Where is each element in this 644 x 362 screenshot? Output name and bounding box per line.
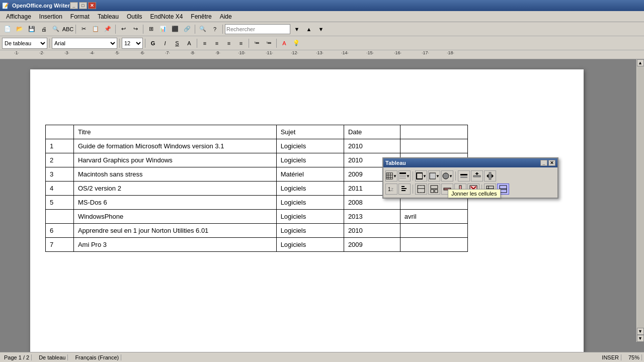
cell-sujet-2[interactable]: Logiciels [276,153,344,167]
cell-titre-3[interactable]: Macintosh sans stress [73,167,276,182]
font-select[interactable]: Arial [52,38,117,49]
find-button[interactable]: 🔍 [197,24,208,35]
color-button[interactable]: ▼ [441,170,453,182]
style-select[interactable]: De tableau [2,38,47,49]
bold-button[interactable]: G [147,38,158,49]
strikethrough-button[interactable]: A [184,38,195,49]
save-button[interactable]: 💾 [26,24,37,35]
align-top-button[interactable]: ▼ [398,170,411,182]
cell-extra-6[interactable] [400,224,467,238]
insert-col-button[interactable] [484,170,496,182]
cell-num-5[interactable]: 5 [46,196,74,210]
font-color-button[interactable]: A [279,38,290,49]
close-button[interactable]: ✕ [88,2,96,9]
cell-titre-5b[interactable]: WindowsPhone [73,210,276,224]
prev-result-button[interactable]: ▲ [303,24,314,35]
size-select[interactable]: 12 [122,38,143,49]
paste-button[interactable]: 📌 [102,24,113,35]
search-input[interactable] [225,24,290,34]
header-sujet[interactable]: Sujet [276,125,344,139]
menu-endnote[interactable]: EndNote X4 [146,12,187,21]
cut-button[interactable]: ✂ [78,24,89,35]
insert-row-above-button[interactable] [471,170,483,182]
cell-num-7[interactable]: 7 [46,238,74,252]
new-button[interactable]: 📄 [2,24,13,35]
menu-affichage[interactable]: Affichage [2,12,35,21]
scroll-down2-button[interactable]: ▼ [637,335,644,342]
cell-num-2[interactable]: 2 [46,153,74,167]
cell-sujet-7[interactable]: Logiciels [276,238,344,252]
cell-num-5b[interactable] [46,210,74,224]
panel-close-button[interactable]: ✕ [548,160,555,166]
header-date[interactable]: Date [344,125,400,139]
panel-title-bar[interactable]: Tableau _ ✕ [383,158,557,167]
list-num-button[interactable]: ≔ [251,38,262,49]
scroll-track[interactable] [637,66,644,328]
spell-button[interactable]: ABC [62,24,73,35]
print-button[interactable]: 🖨 [38,24,49,35]
cell-date-1[interactable]: 2010 [344,139,400,153]
cell-titre-5[interactable]: MS-Dos 6 [73,196,276,210]
border-button[interactable]: ▼ [415,170,427,182]
cell-sujet-5[interactable]: Logiciels [276,196,344,210]
background-button[interactable]: ▼ [428,170,440,182]
scroll-up-button[interactable]: ▲ [637,59,644,66]
scroll-down-button[interactable]: ▼ [637,328,644,335]
list-bullet-button[interactable]: ≔ [263,38,274,49]
optimize-button[interactable] [458,170,470,182]
cell-extra-7[interactable] [400,238,467,252]
redo-button[interactable]: ↪ [130,24,141,35]
chart-button[interactable]: 📊 [157,24,169,35]
header-titre[interactable]: Titre [73,125,276,139]
cell-sujet-4[interactable]: Logiciels [276,182,344,196]
hyperlink-button[interactable]: 🔗 [182,24,193,35]
cell-num-6[interactable]: 6 [46,224,74,238]
merge-cells-button[interactable] [415,184,427,195]
copy-button[interactable]: 📋 [90,24,101,35]
table-button[interactable]: ⊞ [145,24,156,35]
split-cells-button[interactable] [428,184,440,195]
cell-titre-6[interactable]: Apprendre seul en 1 jour Norton Utilitie… [73,224,276,238]
insert-table-button[interactable]: ▼ [385,170,397,182]
cell-sujet-1[interactable]: Logiciels [276,139,344,153]
cell-sujet-5b[interactable]: Logiciels [276,210,344,224]
cell-titre-2[interactable]: Harvard Graphics pour Windows [73,153,276,167]
sort-asc-button[interactable]: 1z [385,184,397,195]
cell-titre-1[interactable]: Guide de formation Microsoft Windows ver… [73,139,276,153]
search-go-button[interactable]: ▼ [291,24,302,35]
cell-num-4[interactable]: 4 [46,182,74,196]
cell-num-1[interactable]: 1 [46,139,74,153]
menu-format[interactable]: Format [66,12,94,21]
align-left-button[interactable]: ≡ [199,38,210,49]
cell-extra-5b[interactable]: avril [400,210,467,224]
panel-minimize-button[interactable]: _ [540,160,547,166]
cell-num-3[interactable]: 3 [46,167,74,182]
highlight-button[interactable]: 💡 [291,38,302,49]
next-result-button[interactable]: ▼ [315,24,327,35]
align-center-button[interactable]: ≡ [211,38,222,49]
menu-tableau[interactable]: Tableau [94,12,123,21]
cell-sujet-3[interactable]: Matériel [276,167,344,182]
undo-button[interactable]: ↩ [118,24,129,35]
preview-button[interactable]: 🔍 [50,24,61,35]
cell-titre-7[interactable]: Ami Pro 3 [73,238,276,252]
field-button[interactable]: ⬛ [170,24,181,35]
menu-aide[interactable]: Aide [216,12,236,21]
sort-desc-button[interactable] [398,184,411,195]
cell-date-5b[interactable]: 2013 [344,210,400,224]
minimize-button[interactable]: _ [70,2,78,9]
cell-sujet-6[interactable]: Logiciels [276,224,344,238]
help-button[interactable]: ? [209,24,220,35]
align-justify-button[interactable]: ≡ [235,38,247,49]
menu-insertion[interactable]: Insertion [35,12,66,21]
menu-outils[interactable]: Outils [123,12,146,21]
cell-extra-1[interactable] [400,139,467,153]
maximize-button[interactable]: □ [79,2,87,9]
menu-fenetre[interactable]: Fenêtre [187,12,215,21]
open-button[interactable]: 📂 [14,24,25,35]
cell-date-7[interactable]: 2009 [344,238,400,252]
cell-date-6[interactable]: 2010 [344,224,400,238]
align-right-button[interactable]: ≡ [223,38,234,49]
cell-titre-4[interactable]: OS/2 version 2 [73,182,276,196]
underline-button[interactable]: S [172,38,183,49]
